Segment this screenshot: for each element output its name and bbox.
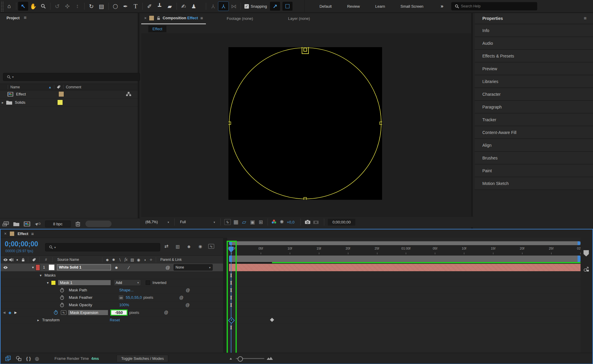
project-search-caret-icon[interactable]: ▾ [12,75,14,79]
layer-tab[interactable]: Layer (none) [288,16,310,21]
roto-brush-tool[interactable]: ✍ [179,2,189,11]
collapsed-panel-effects-presets[interactable]: Effects & Presets [475,50,593,63]
collapsed-panel-paint[interactable]: Paint [475,165,593,177]
grid-guides-icon[interactable]: ⊞ [257,219,264,225]
mask-mode-dropdown[interactable]: Add▾ [114,280,141,286]
orbit-camera-tool[interactable]: ↺ [52,2,62,11]
rig-option-1[interactable]: Y [208,2,218,11]
collapsed-panel-tracker[interactable]: Tracker [475,114,593,126]
layer-visibility-eye-icon[interactable] [2,264,8,271]
timeline-search-box[interactable]: ▾ [45,243,160,251]
project-panel-menu-icon[interactable]: ≡ [24,15,26,20]
parent-dropdown[interactable]: None▾ [174,264,213,271]
tab-close-icon[interactable]: × [144,16,147,20]
draft-3d-icon[interactable]: ▥ [174,243,181,250]
unlocked-icon[interactable] [157,15,160,21]
parent-pickwhip-icon[interactable]: @ [165,264,171,271]
exposure-reset-icon[interactable]: ❋ [279,219,285,225]
layer-name-box[interactable]: White Solid 1 [57,264,111,270]
snap-to-features-button[interactable]: ☐ [282,2,292,11]
mask-feather-stopwatch-icon[interactable] [59,294,65,301]
timeline-menu-icon[interactable]: ≡ [31,231,34,236]
mask-visibility-icon[interactable]: ▱ [241,219,247,225]
pen-tool[interactable]: ✒ [120,2,131,11]
transparency-grid-icon[interactable]: ▦ [233,219,239,225]
layer-shy-switch-icon[interactable]: ☻ [113,264,120,271]
sort-ascending-icon[interactable]: ▲ [48,85,52,89]
rig-option-2[interactable]: Y [218,1,229,11]
clone-stamp-tool[interactable]: ┻ [155,2,165,11]
project-search-input[interactable] [15,75,137,79]
timeline-search-input[interactable] [58,245,158,250]
graph-editor-icon[interactable]: ∿ [208,244,214,249]
mask-path-stopwatch-icon[interactable] [59,287,65,293]
mask-feather-label[interactable]: Mask Feather [69,295,113,300]
current-timecode[interactable]: 0;00;00;00 [5,240,38,248]
camera-tool[interactable]: ▤ [96,2,106,11]
home-tool[interactable]: ⌂ [4,2,14,11]
render-engine-icon[interactable]: ➤⏻ [34,221,41,227]
mask-expansion-pickwhip-icon[interactable]: @ [163,309,169,316]
project-column-name[interactable]: Name [10,85,20,89]
project-search-box[interactable]: ▾ [3,73,140,81]
mask-outline[interactable] [228,47,382,200]
selection-tool[interactable]: ↖ [18,2,28,11]
parent-link-column-label[interactable]: Parent & Link [160,258,182,262]
collapsed-panel-audio[interactable]: Audio [475,37,593,50]
work-area-end-handle[interactable] [578,256,581,262]
expansion-graph-icon[interactable]: ∿ [61,310,66,315]
transform-reset-link[interactable]: Reset [110,318,120,322]
mask-feather-row[interactable]: Mask Feather ∞ 55,0,55,0 pixels @ [1,294,223,301]
mask-opacity-stopwatch-icon[interactable] [59,302,65,308]
zoom-tool[interactable] [38,2,48,11]
help-search-input[interactable] [460,4,535,9]
in-out-panes-icon[interactable]: { } [26,356,31,361]
mask1-collapse-chevron-icon[interactable]: ▾ [47,281,49,285]
previous-keyframe-icon[interactable]: ◀ [3,311,5,314]
mask-color-swatch[interactable] [51,280,56,285]
project-column-comment[interactable]: Comment [66,85,81,89]
item-color-swatch-tan[interactable] [58,91,64,97]
help-search-box[interactable] [451,2,537,10]
collapsed-panel-info[interactable]: Info [475,24,593,37]
workspace-tab-review[interactable]: Review [347,4,360,9]
work-area-start-handle[interactable] [229,256,232,262]
collapsed-panel-content-aware-fill[interactable]: Content-Aware Fill [475,126,593,139]
frame-blending-icon[interactable]: ◉ [197,243,204,250]
project-item-effect[interactable]: Effect [0,90,138,98]
mask-path-value[interactable]: Shape... [119,288,133,292]
transform-label[interactable]: Transform [42,318,110,322]
masks-collapse-chevron-icon[interactable]: ▾ [40,273,42,277]
viewer-menu-icon[interactable]: ≡ [200,15,203,20]
channel-rgb-icon[interactable] [271,220,277,224]
label-column-tag-icon[interactable] [55,84,62,90]
workspace-tab-default[interactable]: Default [319,4,332,9]
time-navigator-bar[interactable] [229,241,581,245]
mask-opacity-row[interactable]: Mask Opacity 100% @ [1,301,223,309]
mask-inverted-checkbox[interactable] [146,280,150,285]
color-depth-button[interactable]: 8 bpc [45,221,71,227]
workspace-tab-small-screen[interactable]: Small Screen [400,4,423,9]
workspace-tab-learn[interactable]: Learn [375,4,385,9]
layer-row-white-solid[interactable]: ▾ 1 White Solid 1 ☻ ∕ @ None▾ [1,264,223,272]
brush-tool[interactable]: ✐ [144,2,155,11]
render-time-pane-icon[interactable]: ◎ [35,356,39,361]
collapsed-panel-libraries[interactable]: Libraries [475,75,593,88]
timeline-search-caret-icon[interactable]: ▾ [54,246,56,249]
hide-shy-layers-icon[interactable]: ☻ [186,243,192,250]
time-ruler[interactable]: 0:00f05f10f15f20f25f01:00f05f10f15f20f25… [229,245,581,256]
viewer-timecode[interactable]: 0;00;00;00 [328,219,355,226]
transform-chevron-icon[interactable]: ▸ [37,318,39,322]
keyframe-selected[interactable] [228,317,235,324]
mask-opacity-value[interactable]: 100% [119,303,129,307]
mask-expansion-label-chip[interactable]: Mask Expansion [68,310,108,315]
workspace-overflow-button[interactable]: » [441,3,443,9]
pan-camera-tool[interactable]: ✜ [62,2,72,11]
masks-group-row[interactable]: ▾ Masks [1,272,223,279]
type-tool[interactable]: T [131,2,141,11]
collapsed-panel-preview[interactable]: Preview [475,63,593,75]
composition-frame[interactable] [228,47,382,200]
rotation-tool[interactable]: ↻ [86,2,96,11]
toggle-switches-modes-button[interactable]: Toggle Switches / Modes [117,355,168,362]
keyframe[interactable] [270,318,274,322]
